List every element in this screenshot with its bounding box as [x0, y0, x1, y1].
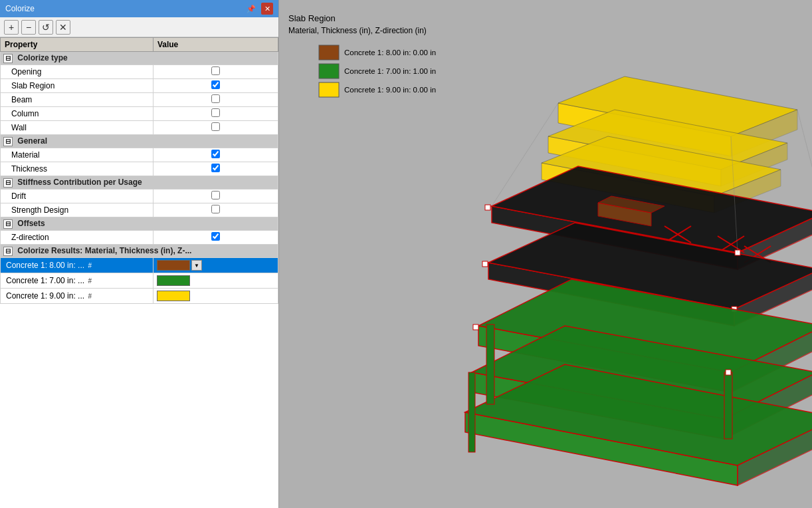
- svg-rect-46: [724, 372, 732, 439]
- right-panel: Slab Region Material, Thickness (in), Z-…: [279, 0, 812, 508]
- view-title-2: Material, Thickness (in), Z-direction (i…: [288, 26, 427, 35]
- row-strength-design: Strength Design: [1, 203, 278, 217]
- cell-opening[interactable]: [153, 65, 278, 79]
- cell-strength-design[interactable]: [153, 203, 278, 217]
- label-column: Column: [1, 107, 153, 121]
- result-row-3[interactable]: Concrete 1: 9.00 in: ... #: [1, 289, 278, 304]
- clear-button[interactable]: ✕: [56, 20, 70, 35]
- svg-rect-48: [468, 372, 475, 452]
- left-panel: Colorize 📌 ✕ + − ↺ ✕ Property Value: [0, 0, 279, 508]
- cb-wall[interactable]: [211, 122, 220, 131]
- cb-drift[interactable]: [211, 191, 220, 199]
- svg-rect-5: [319, 82, 339, 97]
- col-header-property: Property: [1, 38, 153, 52]
- toggle-offsets[interactable]: ⊟: [3, 219, 13, 229]
- section-offsets[interactable]: ⊟ Offsets: [1, 217, 278, 231]
- cb-strength-design[interactable]: [211, 205, 220, 213]
- cell-z-direction[interactable]: [153, 231, 278, 245]
- section-stiffness[interactable]: ⊟ Stiffness Contribution per Usage: [1, 176, 278, 190]
- toggle-stiffness[interactable]: ⊟: [3, 178, 13, 188]
- row-opening: Opening: [1, 65, 278, 79]
- scene-svg: Slab Region Material, Thickness (in), Z-…: [279, 0, 812, 508]
- svg-text:Concrete 1: 8.00 in: 0.00 in: Concrete 1: 8.00 in: 0.00 in: [344, 49, 436, 57]
- color-dropdown-btn-1[interactable]: ▼: [191, 260, 202, 271]
- result-label-3[interactable]: Concrete 1: 9.00 in: ... #: [1, 289, 153, 304]
- section-label-stiffness: Stiffness Contribution per Usage: [17, 178, 142, 187]
- section-label-offsets: Offsets: [17, 219, 45, 228]
- result-color-cell-1[interactable]: ▼: [153, 258, 278, 273]
- cell-wall[interactable]: [153, 121, 278, 135]
- label-z-direction: Z-direction: [1, 231, 153, 245]
- result-row-2[interactable]: Concrete 1: 7.00 in: ... #: [1, 273, 278, 289]
- result-row-1[interactable]: Concrete 1: 8.00 in: ... # ▼: [1, 258, 278, 273]
- cell-drift[interactable]: [153, 190, 278, 203]
- 3d-scene: Slab Region Material, Thickness (in), Z-…: [279, 0, 812, 508]
- svg-rect-3: [319, 64, 339, 78]
- result-hash-btn-1[interactable]: #: [86, 262, 93, 269]
- cb-z-direction[interactable]: [211, 232, 220, 241]
- view-title-1: Slab Region: [288, 13, 336, 23]
- window-title: Colorize: [5, 4, 35, 13]
- row-column: Column: [1, 107, 278, 121]
- color-swatch-3[interactable]: [157, 291, 190, 301]
- toolbar: + − ↺ ✕: [0, 17, 278, 37]
- section-general[interactable]: ⊟ General: [1, 135, 278, 148]
- section-results[interactable]: ⊟ Colorize Results: Material, Thickness …: [1, 245, 278, 258]
- result-color-cell-2[interactable]: [153, 273, 278, 289]
- result-hash-btn-2[interactable]: #: [86, 277, 93, 285]
- cell-column[interactable]: [153, 107, 278, 121]
- toggle-general[interactable]: ⊟: [3, 137, 13, 146]
- result-label-1[interactable]: Concrete 1: 8.00 in: ... #: [1, 258, 153, 273]
- result-text-3: Concrete 1: 9.00 in: ...: [6, 291, 84, 301]
- label-drift: Drift: [1, 190, 153, 203]
- refresh-button[interactable]: ↺: [39, 20, 53, 35]
- cb-opening[interactable]: [211, 66, 220, 75]
- col-header-value: Value: [153, 38, 278, 52]
- color-swatch-1[interactable]: [157, 260, 190, 271]
- cell-slab-region[interactable]: [153, 79, 278, 93]
- section-label-results: Colorize Results: Material, Thickness (i…: [17, 246, 191, 255]
- result-color-cell-3[interactable]: [153, 289, 278, 304]
- close-button[interactable]: ✕: [261, 3, 273, 15]
- cb-material[interactable]: [211, 150, 220, 158]
- label-strength-design: Strength Design: [1, 203, 153, 217]
- pin-icon[interactable]: 📌: [247, 5, 256, 13]
- result-hash-btn-3[interactable]: #: [86, 293, 93, 300]
- cb-thickness[interactable]: [211, 164, 220, 172]
- cb-column[interactable]: [211, 108, 220, 117]
- row-slab-region: Slab Region: [1, 79, 278, 93]
- label-wall: Wall: [1, 121, 153, 135]
- cell-material[interactable]: [153, 148, 278, 162]
- remove-button[interactable]: −: [21, 20, 36, 35]
- label-thickness: Thickness: [1, 162, 153, 176]
- row-thickness: Thickness: [1, 162, 278, 176]
- property-table: Property Value ⊟ Colorize type Opening: [0, 37, 278, 304]
- cb-beam[interactable]: [211, 94, 220, 103]
- svg-rect-45: [486, 324, 494, 404]
- color-swatch-2[interactable]: [157, 275, 190, 286]
- row-material: Material: [1, 148, 278, 162]
- section-colorize-type[interactable]: ⊟ Colorize type: [1, 52, 278, 65]
- row-beam: Beam: [1, 93, 278, 107]
- toggle-colorize-type[interactable]: ⊟: [3, 54, 13, 63]
- svg-rect-50: [726, 370, 731, 375]
- row-z-direction: Z-direction: [1, 231, 278, 245]
- svg-rect-33: [482, 261, 488, 267]
- result-text-2: Concrete 1: 7.00 in: ...: [6, 276, 84, 285]
- add-button[interactable]: +: [4, 20, 19, 35]
- result-text-1: Concrete 1: 8.00 in: ...: [6, 261, 84, 270]
- section-label-colorize-type: Colorize type: [17, 53, 67, 63]
- label-material: Material: [1, 148, 153, 162]
- result-label-2[interactable]: Concrete 1: 7.00 in: ... #: [1, 273, 153, 289]
- svg-text:Concrete 1: 7.00 in: 1.00 in: Concrete 1: 7.00 in: 1.00 in: [344, 67, 436, 75]
- svg-rect-30: [485, 205, 490, 210]
- cell-thickness[interactable]: [153, 162, 278, 176]
- svg-text:Concrete 1: 9.00 in: 0.00 in: Concrete 1: 9.00 in: 0.00 in: [344, 86, 436, 94]
- property-table-container: Property Value ⊟ Colorize type Opening: [0, 37, 278, 508]
- toggle-results[interactable]: ⊟: [3, 247, 13, 256]
- cell-beam[interactable]: [153, 93, 278, 107]
- cb-slab-region[interactable]: [211, 80, 220, 89]
- label-beam: Beam: [1, 93, 153, 107]
- section-label-general: General: [17, 136, 47, 146]
- label-slab-region: Slab Region: [1, 79, 153, 93]
